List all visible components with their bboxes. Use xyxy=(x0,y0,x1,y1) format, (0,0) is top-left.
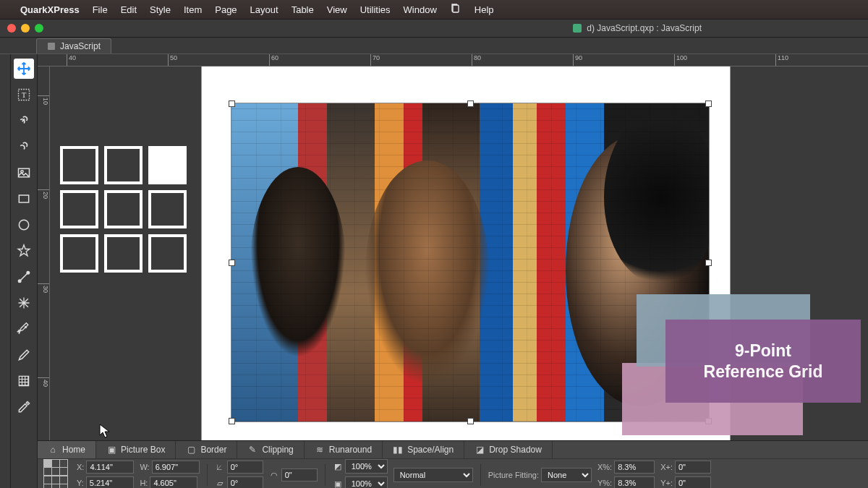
menu-layout[interactable]: Layout xyxy=(250,4,278,15)
resize-handle[interactable] xyxy=(229,418,235,424)
vertical-ruler[interactable]: 10 20 30 40 xyxy=(38,67,50,440)
border-icon: ▢ xyxy=(186,445,196,455)
document-tab[interactable]: JavaScript xyxy=(36,38,111,53)
menu-item[interactable]: Item xyxy=(184,4,202,15)
runaround-icon: ≋ xyxy=(315,445,325,455)
star-tool[interactable] xyxy=(14,241,34,261)
grid-point-mc[interactable] xyxy=(104,190,142,228)
menu-page[interactable]: Page xyxy=(215,4,237,15)
grid-point-tm[interactable] xyxy=(104,146,142,184)
yoffset-input[interactable] xyxy=(675,476,711,488)
corner-radius-field: ◠ xyxy=(269,468,318,481)
picture-box-icon: ▣ xyxy=(106,445,116,455)
reference-point-picker-bottom[interactable] xyxy=(43,476,67,488)
ellipse-tool[interactable] xyxy=(14,215,34,235)
minimize-window-button[interactable] xyxy=(21,24,30,33)
starburst-tool[interactable] xyxy=(14,293,34,313)
grid-point-mr[interactable] xyxy=(148,190,187,228)
resize-handle[interactable] xyxy=(229,260,235,266)
xscale-field: X%: xyxy=(597,461,655,474)
line-tool[interactable] xyxy=(14,267,34,287)
menu-table[interactable]: Table xyxy=(292,4,314,15)
tab-drop-shadow[interactable]: ◪Drop Shadow xyxy=(464,441,553,458)
resize-handle[interactable] xyxy=(467,100,474,107)
tab-space-align[interactable]: ▮▮Space/Align xyxy=(383,441,464,458)
picture-content xyxy=(231,103,709,421)
grid-point-ml[interactable] xyxy=(60,190,98,228)
grid-point-br[interactable] xyxy=(148,234,187,273)
menu-help[interactable]: Help xyxy=(475,4,494,15)
layout-canvas[interactable]: 9-PointReference Grid xyxy=(50,67,868,440)
resize-handle[interactable] xyxy=(705,100,712,107)
opacity-box-field: ◩100% xyxy=(333,459,388,474)
pencil-tool[interactable] xyxy=(14,345,34,365)
clipping-icon: ✎ xyxy=(247,445,258,455)
menu-style[interactable]: Style xyxy=(150,4,171,15)
x-input[interactable] xyxy=(86,461,134,474)
tab-picture-box[interactable]: ▣Picture Box xyxy=(96,441,176,458)
ruler-tick: 70 xyxy=(370,54,380,66)
ruler-tick: 40 xyxy=(38,377,49,387)
angle-field: ⟀ xyxy=(215,461,263,474)
svg-rect-6 xyxy=(19,195,28,202)
xoffset-input[interactable] xyxy=(675,461,711,474)
skew-input[interactable] xyxy=(227,476,263,488)
reference-point-picker-top[interactable] xyxy=(43,459,67,474)
resize-handle[interactable] xyxy=(705,418,712,424)
scripts-menu-icon[interactable] xyxy=(450,3,461,17)
tab-runaround[interactable]: ≋Runaround xyxy=(305,441,383,458)
measurements-tabs: ⌂Home ▣Picture Box ▢Border ✎Clipping ≋Ru… xyxy=(38,441,868,459)
angle-input[interactable] xyxy=(227,461,263,474)
eyedropper-tool[interactable] xyxy=(14,397,34,417)
tab-home[interactable]: ⌂Home xyxy=(38,441,96,458)
grid-point-tr[interactable] xyxy=(148,146,187,184)
grid-point-bl[interactable] xyxy=(60,234,98,273)
y-input[interactable] xyxy=(86,476,134,488)
resize-handle[interactable] xyxy=(467,418,474,424)
move-tool[interactable] xyxy=(14,59,34,79)
rectangle-tool[interactable] xyxy=(14,189,34,209)
text-tool[interactable]: T xyxy=(14,85,34,105)
link-tool[interactable] xyxy=(14,111,34,131)
menu-file[interactable]: File xyxy=(93,4,108,15)
left-gutter xyxy=(0,54,11,488)
horizontal-ruler[interactable]: 40 50 60 70 80 90 100 110 xyxy=(38,54,868,67)
selected-picture-box[interactable] xyxy=(231,103,710,422)
grid-tool[interactable] xyxy=(14,371,34,391)
xscale-input[interactable] xyxy=(614,461,655,474)
unlink-tool[interactable] xyxy=(14,137,34,157)
ruler-tick: 10 xyxy=(38,95,49,105)
opacity-frame-select[interactable]: 100% xyxy=(345,476,388,488)
w-input[interactable] xyxy=(152,461,200,474)
picture-fitting-label: Picture Fitting: xyxy=(488,471,539,479)
menu-view[interactable]: View xyxy=(327,4,347,15)
h-input[interactable] xyxy=(150,476,197,488)
grid-point-tl[interactable] xyxy=(60,146,98,184)
tool-palette: T xyxy=(11,54,38,488)
zoom-window-button[interactable] xyxy=(35,24,43,33)
grid-point-bm[interactable] xyxy=(104,234,142,273)
resize-handle[interactable] xyxy=(229,100,235,107)
document-tab-strip: JavaScript xyxy=(0,38,868,54)
tab-clipping[interactable]: ✎Clipping xyxy=(237,441,304,458)
resize-handle[interactable] xyxy=(705,260,712,266)
opacity-box-select[interactable]: 100% xyxy=(345,459,388,474)
tab-border[interactable]: ▢Border xyxy=(176,441,237,458)
svg-point-7 xyxy=(19,220,28,229)
picture-fitting-field: Picture Fitting: None xyxy=(488,468,592,482)
image-tool[interactable] xyxy=(14,163,34,183)
cursor-icon xyxy=(99,424,111,438)
corner-input[interactable] xyxy=(281,468,318,481)
menu-edit[interactable]: Edit xyxy=(121,4,137,15)
yscale-input[interactable] xyxy=(614,476,655,488)
ruler-tick: 100 xyxy=(674,54,687,66)
pen-tool[interactable] xyxy=(14,319,34,339)
corner-icon: ◠ xyxy=(269,470,279,480)
menu-window[interactable]: Window xyxy=(404,4,437,15)
ruler-tick: 90 xyxy=(573,54,582,66)
menu-utilities[interactable]: Utilities xyxy=(360,4,391,15)
blend-mode-select[interactable]: Normal xyxy=(393,468,473,482)
close-window-button[interactable] xyxy=(7,24,16,33)
picture-fitting-select[interactable]: None xyxy=(541,468,592,482)
app-name[interactable]: QuarkXPress xyxy=(20,4,80,15)
